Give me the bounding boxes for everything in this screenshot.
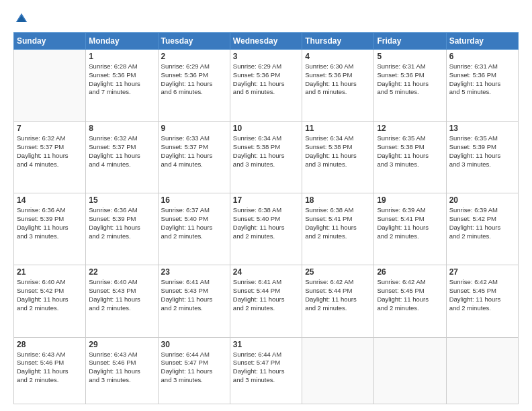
calendar-cell: 15Sunrise: 6:36 AMSunset: 5:39 PMDayligh… bbox=[86, 193, 158, 265]
cell-info: Sunrise: 6:44 AMSunset: 5:47 PMDaylight:… bbox=[233, 351, 299, 385]
calendar-cell: 3Sunrise: 6:29 AMSunset: 5:36 PMDaylight… bbox=[230, 50, 302, 122]
cell-info: Sunrise: 6:44 AMSunset: 5:47 PMDaylight:… bbox=[161, 351, 227, 385]
cell-info: Sunrise: 6:36 AMSunset: 5:39 PMDaylight:… bbox=[89, 206, 154, 240]
calendar-cell bbox=[446, 337, 518, 404]
calendar-cell: 25Sunrise: 6:42 AMSunset: 5:44 PMDayligh… bbox=[302, 265, 374, 337]
cell-info: Sunrise: 6:43 AMSunset: 5:46 PMDaylight:… bbox=[89, 351, 154, 385]
cell-info: Sunrise: 6:35 AMSunset: 5:38 PMDaylight:… bbox=[377, 134, 443, 169]
day-header-tuesday: Tuesday bbox=[158, 33, 230, 50]
cell-info: Sunrise: 6:42 AMSunset: 5:45 PMDaylight:… bbox=[449, 278, 515, 312]
calendar-cell: 19Sunrise: 6:39 AMSunset: 5:41 PMDayligh… bbox=[374, 193, 446, 265]
calendar-cell: 30Sunrise: 6:44 AMSunset: 5:47 PMDayligh… bbox=[158, 337, 230, 404]
logo-icon bbox=[15, 12, 28, 26]
day-number: 11 bbox=[305, 124, 371, 133]
day-number: 12 bbox=[377, 124, 443, 133]
day-header-wednesday: Wednesday bbox=[230, 33, 302, 50]
cell-info: Sunrise: 6:39 AMSunset: 5:42 PMDaylight:… bbox=[449, 206, 515, 240]
calendar-week-3: 14Sunrise: 6:36 AMSunset: 5:39 PMDayligh… bbox=[14, 193, 519, 265]
day-number: 28 bbox=[17, 340, 83, 349]
calendar-cell: 31Sunrise: 6:44 AMSunset: 5:47 PMDayligh… bbox=[230, 337, 302, 404]
cell-info: Sunrise: 6:31 AMSunset: 5:36 PMDaylight:… bbox=[377, 62, 443, 97]
cell-info: Sunrise: 6:39 AMSunset: 5:41 PMDaylight:… bbox=[377, 206, 443, 240]
calendar-cell: 12Sunrise: 6:35 AMSunset: 5:38 PMDayligh… bbox=[374, 122, 446, 193]
calendar-cell: 11Sunrise: 6:34 AMSunset: 5:38 PMDayligh… bbox=[302, 122, 374, 193]
day-header-friday: Friday bbox=[374, 33, 446, 50]
calendar-cell: 7Sunrise: 6:32 AMSunset: 5:37 PMDaylight… bbox=[14, 122, 86, 193]
cell-info: Sunrise: 6:40 AMSunset: 5:43 PMDaylight:… bbox=[89, 278, 154, 312]
calendar-cell: 1Sunrise: 6:28 AMSunset: 5:36 PMDaylight… bbox=[86, 50, 158, 122]
cell-info: Sunrise: 6:33 AMSunset: 5:37 PMDaylight:… bbox=[161, 134, 227, 169]
day-number: 23 bbox=[161, 267, 227, 277]
cell-info: Sunrise: 6:35 AMSunset: 5:39 PMDaylight:… bbox=[449, 134, 515, 169]
calendar-cell: 10Sunrise: 6:34 AMSunset: 5:38 PMDayligh… bbox=[230, 122, 302, 193]
day-number: 15 bbox=[89, 195, 154, 205]
cell-info: Sunrise: 6:41 AMSunset: 5:43 PMDaylight:… bbox=[161, 278, 227, 312]
day-number: 13 bbox=[449, 124, 515, 133]
day-header-thursday: Thursday bbox=[302, 33, 374, 50]
day-number: 4 bbox=[305, 52, 371, 61]
page-header bbox=[13, 12, 519, 26]
day-number: 26 bbox=[377, 267, 443, 277]
day-number: 10 bbox=[233, 124, 299, 133]
calendar-cell: 17Sunrise: 6:38 AMSunset: 5:40 PMDayligh… bbox=[230, 193, 302, 265]
day-number: 3 bbox=[233, 52, 299, 61]
cell-info: Sunrise: 6:40 AMSunset: 5:42 PMDaylight:… bbox=[17, 278, 83, 312]
day-header-sunday: Sunday bbox=[14, 33, 86, 50]
cell-info: Sunrise: 6:31 AMSunset: 5:36 PMDaylight:… bbox=[449, 62, 515, 97]
day-header-saturday: Saturday bbox=[446, 33, 518, 50]
calendar-cell: 2Sunrise: 6:29 AMSunset: 5:36 PMDaylight… bbox=[158, 50, 230, 122]
day-number: 22 bbox=[89, 267, 154, 277]
day-number: 27 bbox=[449, 267, 515, 277]
cell-info: Sunrise: 6:38 AMSunset: 5:41 PMDaylight:… bbox=[305, 206, 371, 240]
cell-info: Sunrise: 6:32 AMSunset: 5:37 PMDaylight:… bbox=[89, 134, 154, 169]
calendar-cell bbox=[302, 337, 374, 404]
day-header-monday: Monday bbox=[86, 33, 158, 50]
cell-info: Sunrise: 6:37 AMSunset: 5:40 PMDaylight:… bbox=[161, 206, 227, 240]
calendar-cell: 4Sunrise: 6:30 AMSunset: 5:36 PMDaylight… bbox=[302, 50, 374, 122]
calendar-cell: 20Sunrise: 6:39 AMSunset: 5:42 PMDayligh… bbox=[446, 193, 518, 265]
calendar-cell: 22Sunrise: 6:40 AMSunset: 5:43 PMDayligh… bbox=[86, 265, 158, 337]
cell-info: Sunrise: 6:36 AMSunset: 5:39 PMDaylight:… bbox=[17, 206, 83, 240]
calendar-cell: 28Sunrise: 6:43 AMSunset: 5:46 PMDayligh… bbox=[14, 337, 86, 404]
calendar-cell bbox=[374, 337, 446, 404]
calendar-week-4: 21Sunrise: 6:40 AMSunset: 5:42 PMDayligh… bbox=[14, 265, 519, 337]
calendar-week-5: 28Sunrise: 6:43 AMSunset: 5:46 PMDayligh… bbox=[14, 337, 519, 404]
day-number: 2 bbox=[161, 52, 227, 61]
cell-info: Sunrise: 6:34 AMSunset: 5:38 PMDaylight:… bbox=[305, 134, 371, 169]
calendar-header-row: SundayMondayTuesdayWednesdayThursdayFrid… bbox=[14, 33, 519, 50]
day-number: 30 bbox=[161, 340, 227, 349]
day-number: 8 bbox=[89, 124, 154, 133]
day-number: 7 bbox=[17, 124, 83, 133]
calendar-cell: 9Sunrise: 6:33 AMSunset: 5:37 PMDaylight… bbox=[158, 122, 230, 193]
cell-info: Sunrise: 6:43 AMSunset: 5:46 PMDaylight:… bbox=[17, 351, 83, 385]
calendar-cell: 24Sunrise: 6:41 AMSunset: 5:44 PMDayligh… bbox=[230, 265, 302, 337]
day-number: 20 bbox=[449, 195, 515, 205]
cell-info: Sunrise: 6:34 AMSunset: 5:38 PMDaylight:… bbox=[233, 134, 299, 169]
day-number: 24 bbox=[233, 267, 299, 277]
calendar-cell: 5Sunrise: 6:31 AMSunset: 5:36 PMDaylight… bbox=[374, 50, 446, 122]
calendar-cell: 8Sunrise: 6:32 AMSunset: 5:37 PMDaylight… bbox=[86, 122, 158, 193]
cell-info: Sunrise: 6:29 AMSunset: 5:36 PMDaylight:… bbox=[161, 62, 227, 97]
cell-info: Sunrise: 6:29 AMSunset: 5:36 PMDaylight:… bbox=[233, 62, 299, 97]
calendar-table: SundayMondayTuesdayWednesdayThursdayFrid… bbox=[13, 32, 519, 404]
calendar-week-1: 1Sunrise: 6:28 AMSunset: 5:36 PMDaylight… bbox=[14, 50, 519, 122]
cell-info: Sunrise: 6:30 AMSunset: 5:36 PMDaylight:… bbox=[305, 62, 371, 97]
logo bbox=[13, 12, 28, 26]
calendar-cell: 23Sunrise: 6:41 AMSunset: 5:43 PMDayligh… bbox=[158, 265, 230, 337]
calendar-cell: 14Sunrise: 6:36 AMSunset: 5:39 PMDayligh… bbox=[14, 193, 86, 265]
day-number: 25 bbox=[305, 267, 371, 277]
day-number: 9 bbox=[161, 124, 227, 133]
calendar-cell: 18Sunrise: 6:38 AMSunset: 5:41 PMDayligh… bbox=[302, 193, 374, 265]
cell-info: Sunrise: 6:32 AMSunset: 5:37 PMDaylight:… bbox=[17, 134, 83, 169]
calendar-cell: 21Sunrise: 6:40 AMSunset: 5:42 PMDayligh… bbox=[14, 265, 86, 337]
calendar-cell bbox=[14, 50, 86, 122]
day-number: 16 bbox=[161, 195, 227, 205]
day-number: 31 bbox=[233, 340, 299, 349]
day-number: 18 bbox=[305, 195, 371, 205]
cell-info: Sunrise: 6:42 AMSunset: 5:44 PMDaylight:… bbox=[305, 278, 371, 312]
calendar-cell: 29Sunrise: 6:43 AMSunset: 5:46 PMDayligh… bbox=[86, 337, 158, 404]
day-number: 1 bbox=[89, 52, 154, 61]
cell-info: Sunrise: 6:42 AMSunset: 5:45 PMDaylight:… bbox=[377, 278, 443, 312]
calendar-cell: 13Sunrise: 6:35 AMSunset: 5:39 PMDayligh… bbox=[446, 122, 518, 193]
day-number: 5 bbox=[377, 52, 443, 61]
